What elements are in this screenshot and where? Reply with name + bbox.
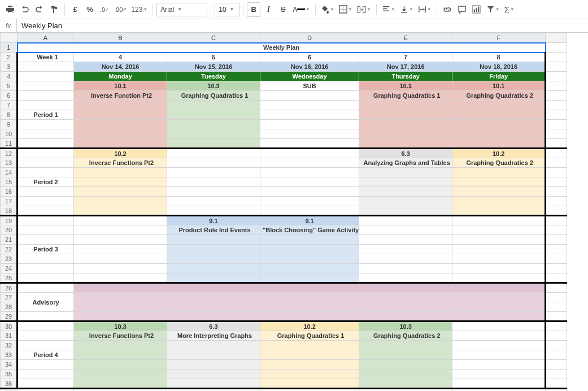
col-header[interactable]: B bbox=[74, 33, 167, 43]
row-header[interactable]: 11 bbox=[1, 139, 18, 149]
cell[interactable]: 10.3 bbox=[167, 81, 260, 91]
cell[interactable]: 9.1 bbox=[167, 216, 260, 225]
row-header[interactable]: 28 bbox=[1, 302, 18, 312]
col-header[interactable]: F bbox=[452, 33, 546, 43]
row-header[interactable]: 13 bbox=[1, 158, 18, 168]
row-header[interactable]: 1 bbox=[1, 43, 18, 53]
cell[interactable]: 10.2 bbox=[74, 149, 167, 158]
row-header[interactable]: 2 bbox=[1, 53, 18, 62]
cell[interactable]: Nov 18, 2016 bbox=[452, 62, 546, 72]
cell[interactable]: 6 bbox=[260, 53, 359, 62]
row-header[interactable]: 8 bbox=[1, 110, 18, 120]
row-header[interactable]: 37 bbox=[1, 389, 18, 392]
period-label[interactable]: Period 4 bbox=[18, 350, 74, 360]
merge-cells-icon[interactable]: ▼ bbox=[355, 2, 373, 17]
row-header[interactable]: 5 bbox=[1, 81, 18, 91]
borders-icon[interactable]: ▼ bbox=[337, 2, 354, 17]
filter-icon[interactable]: ▼ bbox=[485, 2, 502, 17]
row-header[interactable]: 4 bbox=[1, 72, 18, 81]
percent-icon[interactable]: % bbox=[83, 2, 97, 17]
period-label[interactable]: Period 3 bbox=[18, 245, 74, 254]
row-header[interactable]: 18 bbox=[1, 206, 18, 216]
cell[interactable]: Thursday bbox=[359, 72, 452, 81]
cell[interactable]: Inverse Functions Pt2 bbox=[74, 158, 167, 168]
row-header[interactable]: 34 bbox=[1, 360, 18, 370]
cell[interactable]: Inverse Function Pt2 bbox=[74, 91, 167, 101]
row-header[interactable]: 24 bbox=[1, 264, 18, 273]
vertical-align-icon[interactable]: ▼ bbox=[398, 2, 415, 17]
row-header[interactable]: 9 bbox=[1, 120, 18, 129]
cell[interactable]: SUB bbox=[260, 81, 359, 91]
row-header[interactable]: 31 bbox=[1, 331, 18, 341]
cell[interactable]: Graphing Quadratics 1 bbox=[167, 91, 260, 101]
col-header[interactable]: A bbox=[18, 33, 74, 43]
row-header[interactable]: 33 bbox=[1, 350, 18, 360]
row-header[interactable]: 3 bbox=[1, 62, 18, 72]
increase-decimal-icon[interactable]: .00↗ bbox=[112, 2, 128, 17]
cell[interactable]: Nov 16, 2016 bbox=[260, 62, 359, 72]
row-header[interactable]: 6 bbox=[1, 91, 18, 101]
cell[interactable]: Tuesday bbox=[167, 72, 260, 81]
cell[interactable]: Wednesday bbox=[260, 72, 359, 81]
font-family-select[interactable]: Arial▼ bbox=[156, 3, 207, 16]
undo-icon[interactable] bbox=[18, 2, 32, 17]
redo-icon[interactable] bbox=[33, 2, 46, 17]
period-label[interactable]: Advisory bbox=[18, 293, 74, 312]
paint-format-icon[interactable] bbox=[47, 2, 61, 17]
cell[interactable]: Graphing Quadratics 1 bbox=[359, 91, 452, 101]
cell[interactable]: 10.2 bbox=[452, 149, 546, 158]
cell[interactable]: Nov 17, 2016 bbox=[359, 62, 452, 72]
cell[interactable]: 8 bbox=[452, 53, 546, 62]
col-header[interactable]: D bbox=[260, 33, 359, 43]
period-label[interactable]: Period 1 bbox=[18, 110, 74, 120]
print-icon[interactable] bbox=[3, 2, 17, 17]
title-cell[interactable]: Weekly Plan bbox=[18, 43, 546, 53]
cell[interactable]: 9.1 bbox=[260, 216, 359, 225]
row-header[interactable]: 7 bbox=[1, 101, 18, 110]
cell[interactable]: Friday bbox=[452, 72, 546, 81]
insert-link-icon[interactable] bbox=[441, 2, 454, 17]
row-header[interactable]: 19 bbox=[1, 216, 18, 225]
row-header[interactable]: 32 bbox=[1, 341, 18, 350]
cell[interactable]: Graphing Quadratics 2 bbox=[452, 158, 546, 168]
cell[interactable]: Inverse Functions Pt2 bbox=[74, 331, 167, 341]
col-header[interactable]: C bbox=[167, 33, 260, 43]
row-header[interactable]: 26 bbox=[1, 283, 18, 293]
insert-chart-icon[interactable] bbox=[470, 2, 484, 17]
cell[interactable]: Product Rule Ind Events bbox=[167, 225, 260, 235]
row-header[interactable]: 12 bbox=[1, 149, 18, 158]
cell[interactable]: 10.2 bbox=[260, 322, 359, 331]
cell[interactable]: Graphing Quadratics 1 bbox=[260, 331, 359, 341]
row-header[interactable]: 10 bbox=[1, 129, 18, 139]
cell[interactable]: 6.3 bbox=[359, 149, 452, 158]
cell[interactable]: 10.1 bbox=[452, 81, 546, 91]
period-label[interactable]: Period 2 bbox=[18, 177, 74, 187]
text-color-icon[interactable]: A▼ bbox=[291, 2, 312, 17]
text-wrap-icon[interactable]: ▼ bbox=[416, 2, 433, 17]
cell[interactable]: 4 bbox=[74, 53, 167, 62]
functions-icon[interactable]: Σ▼ bbox=[503, 2, 516, 17]
cell[interactable]: Graphing Quadratics 2 bbox=[359, 331, 452, 341]
fill-color-icon[interactable]: ▼ bbox=[319, 2, 336, 17]
cell[interactable]: Nov 15, 2016 bbox=[167, 62, 260, 72]
font-size-select[interactable]: 10▼ bbox=[215, 3, 239, 16]
insert-comment-icon[interactable] bbox=[455, 2, 469, 17]
horizontal-align-icon[interactable]: ▼ bbox=[380, 2, 397, 17]
cell[interactable]: 10.1 bbox=[74, 81, 167, 91]
col-header-extra[interactable] bbox=[546, 33, 567, 43]
cell[interactable]: 10.3 bbox=[74, 322, 167, 331]
row-header[interactable]: 29 bbox=[1, 312, 18, 322]
row-header[interactable]: 25 bbox=[1, 273, 18, 283]
cell[interactable]: Graphing Quadratics 2 bbox=[452, 91, 546, 101]
row-header[interactable]: 16 bbox=[1, 187, 18, 197]
cell[interactable]: 7 bbox=[359, 53, 452, 62]
row-header[interactable]: 23 bbox=[1, 254, 18, 264]
more-formats-icon[interactable]: 123▼ bbox=[129, 2, 149, 17]
row-header[interactable]: 14 bbox=[1, 168, 18, 177]
cell[interactable]: 10.3 bbox=[359, 322, 452, 331]
row-header[interactable]: 15 bbox=[1, 177, 18, 187]
decrease-decimal-icon[interactable]: .0↙ bbox=[98, 2, 111, 17]
cell[interactable]: 6.3 bbox=[167, 322, 260, 331]
currency-icon[interactable]: £ bbox=[68, 2, 82, 17]
cell[interactable]: "Block Choosing" Game Activity bbox=[260, 225, 359, 235]
